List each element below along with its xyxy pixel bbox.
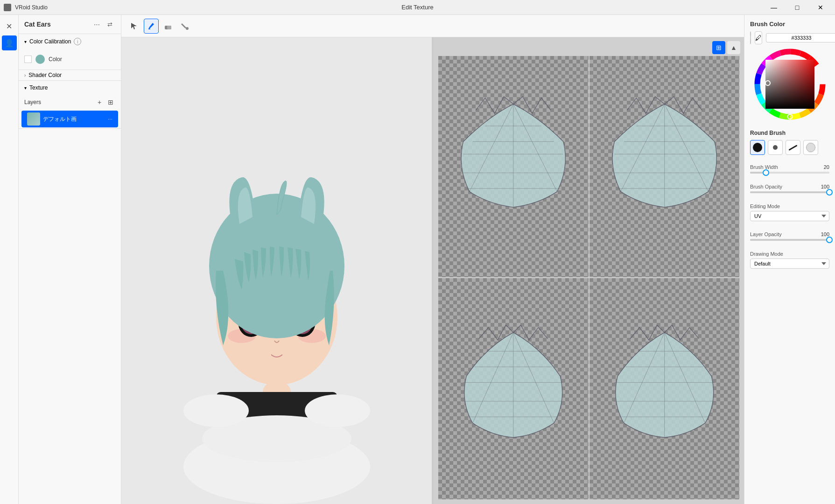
character-preview — [169, 84, 384, 504]
app-logo — [4, 4, 11, 11]
app-body: ✕ 👤 Cat Ears ⋯ ⇄ ▾ Color C — [0, 15, 835, 504]
brush-type-hard[interactable] — [786, 140, 800, 155]
shader-color-row[interactable]: › Shader Color — [19, 70, 121, 80]
color-wheel-container[interactable] — [750, 48, 829, 120]
layer-opacity-track[interactable] — [750, 239, 829, 241]
brush-width-thumb[interactable] — [763, 169, 769, 176]
texture-collapse-icon: ▾ — [24, 85, 27, 91]
brush-opacity-value: 100 — [821, 184, 829, 189]
minimize-button[interactable]: — — [763, 0, 785, 15]
drawing-mode-row: Drawing Mode Default Multiply Screen Ove… — [750, 251, 829, 269]
grid-icon: ⊞ — [716, 44, 722, 51]
main-tool-button[interactable]: 👤 — [2, 35, 17, 50]
more-options-button[interactable]: ⋯ — [91, 19, 102, 30]
preview-pane[interactable] — [121, 37, 432, 504]
texture-cell-2 — [589, 56, 740, 277]
add-layer-button[interactable]: + — [95, 98, 104, 107]
color-checkbox[interactable] — [24, 56, 32, 63]
right-panel: Brush Color 🖊 — [744, 15, 835, 504]
brush-opacity-track[interactable] — [750, 191, 829, 193]
window-title: Edit Texture — [401, 4, 433, 11]
drawing-mode-select[interactable]: Default Multiply Screen Overlay — [750, 259, 829, 269]
left-panel: Cat Ears ⋯ ⇄ ▾ Color Calibration i — [19, 15, 121, 504]
brush-type-round[interactable] — [750, 140, 765, 155]
filter-icon: ⇄ — [107, 21, 112, 28]
svg-point-3 — [186, 27, 189, 30]
select-tool-button[interactable] — [127, 19, 142, 34]
color-calibration-section: ▾ Color Calibration i Color — [19, 34, 121, 70]
layer-name: デフォルト画 — [43, 115, 105, 123]
titlebar-left: VRoid Studio — [4, 4, 48, 11]
eraser-tool-button[interactable] — [161, 19, 175, 34]
svg-point-9 — [183, 394, 249, 427]
grid-view-button[interactable]: ⊞ — [712, 41, 725, 54]
maximize-button[interactable]: □ — [786, 0, 808, 15]
info-button[interactable]: i — [74, 38, 81, 45]
texture-cell-1 — [438, 56, 589, 277]
layer-opacity-thumb[interactable] — [826, 237, 833, 243]
layers-actions: + ⊞ — [95, 98, 115, 107]
brush-opacity-fill — [750, 191, 829, 193]
layer-more-icon: ⋯ — [108, 117, 112, 122]
panel-title-text: Cat Ears — [24, 21, 51, 28]
color-calibration-content: Color — [19, 49, 121, 70]
texture-header[interactable]: ▾ Texture — [19, 81, 121, 95]
layer-opacity-fill — [750, 239, 829, 241]
color-swatch[interactable] — [35, 55, 45, 64]
svg-point-10 — [305, 394, 370, 427]
brush-width-value: 20 — [824, 164, 829, 170]
texture-grid — [434, 37, 744, 504]
brush-type-section: Round Brush — [750, 130, 829, 159]
color-calibration-title: Color Calibration — [29, 38, 71, 45]
close-panel-button[interactable]: ✕ — [2, 19, 17, 34]
shader-chevron-icon: › — [24, 73, 26, 78]
layers-title: Layers — [24, 99, 41, 105]
svg-rect-2 — [167, 26, 171, 29]
brush-width-label-row: Brush Width 20 — [750, 164, 829, 170]
layer-opacity-label-row: Layer Opacity 100 — [750, 231, 829, 237]
texture-cell-3 — [438, 278, 589, 499]
select-icon — [130, 22, 139, 30]
color-calibration-header[interactable]: ▾ Color Calibration i — [19, 34, 121, 49]
brush-width-label: Brush Width — [750, 164, 778, 170]
layer-thumbnail — [27, 112, 40, 126]
color-hex-input[interactable] — [766, 33, 835, 42]
layer-item-default[interactable]: デフォルト画 ⋯ — [21, 111, 118, 127]
brush-opacity-label-row: Brush Opacity 100 — [750, 184, 829, 189]
icon-sidebar: ✕ 👤 — [0, 15, 19, 504]
brush-type-soft[interactable] — [768, 140, 783, 155]
info-icon: i — [77, 39, 78, 44]
brush-opacity-label: Brush Opacity — [750, 184, 782, 189]
eraser-icon — [164, 22, 172, 30]
filter-button[interactable]: ⇄ — [104, 19, 115, 30]
texture-pane[interactable]: ⊞ ▲ — [434, 37, 744, 504]
close-button[interactable]: ✕ — [810, 0, 831, 15]
eyedropper-button[interactable]: 🖊 — [755, 31, 762, 44]
brush-tool-button[interactable] — [144, 19, 159, 34]
editing-mode-select[interactable]: UV Normal — [750, 211, 829, 221]
app-name: VRoid Studio — [15, 4, 48, 11]
svg-rect-0 — [148, 28, 150, 29]
shader-color-section: › Shader Color — [19, 70, 121, 81]
toolbar — [121, 15, 744, 37]
eyedropper-icon: 🖊 — [755, 34, 762, 42]
color-display[interactable] — [750, 31, 751, 44]
fill-icon — [181, 22, 189, 30]
brush-type-special[interactable] — [803, 140, 818, 155]
color-row: Color — [24, 53, 115, 66]
model-view-button[interactable]: ▲ — [727, 41, 740, 54]
fill-tool-button[interactable] — [177, 19, 192, 34]
color-wheel-svg[interactable] — [754, 48, 826, 120]
canvas-container: ⊞ ▲ — [121, 37, 744, 504]
brush-width-track[interactable] — [750, 172, 829, 174]
brush-opacity-thumb[interactable] — [826, 189, 833, 196]
tool-icon: 👤 — [5, 39, 14, 48]
brush-type-title: Round Brush — [750, 130, 829, 136]
soft-brush-icon — [773, 145, 778, 150]
texture-title-row: ▾ Texture — [24, 84, 48, 91]
texture-title: Texture — [29, 84, 48, 91]
layer-gallery-button[interactable]: ⊞ — [106, 98, 115, 107]
brush-width-slider-row: Brush Width 20 — [750, 164, 829, 174]
texture-cell-4 — [589, 278, 740, 499]
panel-header: Cat Ears ⋯ ⇄ — [19, 15, 121, 34]
